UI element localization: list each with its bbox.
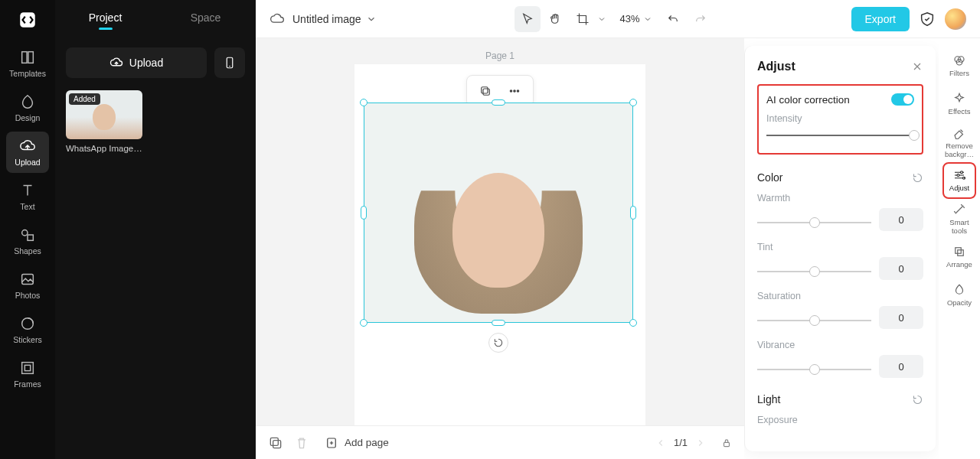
rail-stickers[interactable]: Stickers xyxy=(6,309,49,350)
user-avatar[interactable] xyxy=(945,8,966,30)
svg-rect-27 xyxy=(958,250,964,256)
rotate-handle[interactable] xyxy=(488,333,508,353)
panel-title: Adjust xyxy=(757,60,795,73)
svg-rect-16 xyxy=(270,438,278,445)
page[interactable] xyxy=(354,64,645,431)
rrail-arrange[interactable]: Arrange xyxy=(942,239,976,275)
svg-point-3 xyxy=(22,230,28,236)
chevron-down-icon xyxy=(643,15,652,24)
rail-shapes[interactable]: Shapes xyxy=(6,220,49,262)
layers-icon[interactable] xyxy=(268,435,283,451)
chevron-down-icon[interactable] xyxy=(597,15,606,24)
rotate-icon xyxy=(493,337,504,348)
svg-rect-12 xyxy=(482,87,488,93)
undo-button[interactable] xyxy=(660,6,686,32)
add-page-label: Add page xyxy=(345,437,389,448)
rail-label: Shapes xyxy=(14,246,41,256)
rail-design[interactable]: Design xyxy=(6,87,49,129)
reset-icon[interactable] xyxy=(912,172,923,184)
saturation-value[interactable]: 0 xyxy=(879,306,923,329)
warmth-value[interactable]: 0 xyxy=(879,208,923,231)
resize-handle[interactable] xyxy=(360,319,368,327)
svg-point-24 xyxy=(957,174,959,177)
vibrance-value[interactable]: 0 xyxy=(879,355,923,378)
reset-icon[interactable] xyxy=(912,394,923,405)
cloud-icon[interactable] xyxy=(270,11,285,27)
main-area: Untitled image 43% Export xyxy=(256,0,980,459)
shield-icon[interactable] xyxy=(919,11,936,28)
design-icon xyxy=(19,93,36,110)
ai-color-correction-box: AI color correction Intensity xyxy=(757,84,923,155)
rrail-remove-bg[interactable]: Remove backgr… xyxy=(942,124,976,161)
intensity-slider[interactable] xyxy=(766,130,914,141)
close-icon[interactable] xyxy=(911,60,923,73)
rrail-effects[interactable]: Effects xyxy=(942,86,976,122)
tab-project[interactable]: Project xyxy=(55,11,155,24)
lock-icon[interactable] xyxy=(721,438,732,448)
upload-label: Upload xyxy=(129,57,163,69)
copy-button[interactable] xyxy=(475,80,496,102)
rrail-adjust[interactable]: Adjust xyxy=(942,162,976,199)
hand-tool[interactable] xyxy=(542,6,568,32)
zoom-dropdown[interactable]: 43% xyxy=(620,13,652,24)
copy-icon xyxy=(479,84,492,98)
select-tool[interactable] xyxy=(514,6,541,32)
frames-icon xyxy=(19,360,36,376)
bottom-bar: Add page 1/1 xyxy=(256,425,744,459)
tint-slider[interactable] xyxy=(757,266,871,277)
app-logo[interactable] xyxy=(15,8,40,32)
rail-label: Text xyxy=(20,202,34,211)
rail-frames[interactable]: Frames xyxy=(6,353,49,395)
rrail-smart-tools[interactable]: Smart tools xyxy=(942,200,976,237)
document-title[interactable]: Untitled image xyxy=(292,13,377,25)
upload-icon xyxy=(19,138,36,155)
page-label: Page 1 xyxy=(485,50,514,61)
thumbnail-label: WhatsApp Image 20… xyxy=(66,144,142,153)
rail-templates[interactable]: Templates xyxy=(6,43,49,84)
resize-handle[interactable] xyxy=(630,206,636,220)
asset-thumbnail[interactable]: Added WhatsApp Image 20… xyxy=(66,90,142,153)
vibrance-slider[interactable] xyxy=(757,364,871,375)
add-page-button[interactable]: Add page xyxy=(325,436,389,450)
export-button[interactable]: Export xyxy=(851,7,910,31)
rail-upload[interactable]: Upload xyxy=(6,132,49,173)
tint-value[interactable]: 0 xyxy=(879,257,923,280)
resize-handle[interactable] xyxy=(361,206,367,220)
saturation-slider[interactable] xyxy=(757,315,871,326)
redo-button[interactable] xyxy=(688,6,714,32)
resize-handle[interactable] xyxy=(492,320,505,326)
svg-point-14 xyxy=(514,90,515,92)
next-page-icon xyxy=(695,438,706,448)
rail-label: Design xyxy=(15,113,41,122)
mobile-upload-button[interactable] xyxy=(214,47,245,78)
wand-icon xyxy=(952,203,966,216)
rrail-filters[interactable]: Filters xyxy=(942,47,976,84)
intensity-label: Intensity xyxy=(766,113,914,124)
ai-toggle[interactable] xyxy=(891,93,914,106)
rail-text[interactable]: Text xyxy=(6,176,49,217)
svg-rect-8 xyxy=(24,365,30,370)
canvas[interactable]: Page 1 xyxy=(256,38,744,459)
upload-button[interactable]: Upload xyxy=(66,47,207,78)
resize-handle[interactable] xyxy=(492,99,505,106)
control-label: Exposure xyxy=(757,415,923,425)
more-button[interactable] xyxy=(504,80,525,102)
more-icon xyxy=(508,84,521,98)
crop-tool[interactable] xyxy=(570,6,596,32)
control-label: Tint xyxy=(757,242,923,252)
selected-image[interactable] xyxy=(364,103,633,323)
thumbnail-badge: Added xyxy=(69,93,100,105)
resize-handle[interactable] xyxy=(360,99,368,106)
svg-point-13 xyxy=(510,90,511,92)
side-panel: Project Space Upload Added WhatsApp Imag… xyxy=(55,0,256,459)
resize-handle[interactable] xyxy=(629,319,637,327)
resize-handle[interactable] xyxy=(629,99,637,106)
rail-label: Upload xyxy=(15,158,40,167)
crop-icon xyxy=(576,12,590,26)
rail-photos[interactable]: Photos xyxy=(6,265,49,306)
add-page-icon xyxy=(325,436,338,450)
rrail-opacity[interactable]: Opacity xyxy=(942,277,976,314)
phone-icon xyxy=(223,56,237,70)
warmth-slider[interactable] xyxy=(757,217,871,228)
tab-space[interactable]: Space xyxy=(155,11,256,24)
